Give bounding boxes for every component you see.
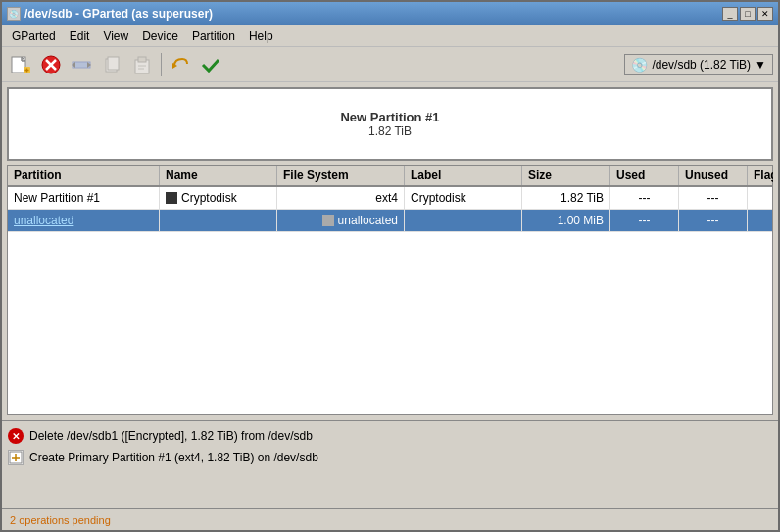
toolbar: 💿 /dev/sdb (1.82 TiB) ▼ (2, 47, 778, 82)
operations-area: ✕Delete /dev/sdb1 ([Encrypted], 1.82 TiB… (2, 420, 778, 508)
cell-flags-1 (748, 210, 773, 231)
device-dropdown-icon: ▼ (755, 58, 766, 72)
col-used: Used (610, 166, 679, 185)
cell-used-1: --- (610, 210, 679, 231)
operation-item: ✕Delete /dev/sdb1 ([Encrypted], 1.82 TiB… (8, 425, 772, 447)
cell-name-0: Cryptodisk (160, 187, 277, 209)
title-bar-buttons: _ □ ✕ (722, 7, 773, 21)
main-window: 💿 /dev/sdb - GParted (as superuser) _ □ … (0, 0, 780, 532)
toolbar-right: 💿 /dev/sdb (1.82 TiB) ▼ (624, 54, 773, 75)
paste-partition-button[interactable] (128, 51, 156, 78)
cell-unused-1: --- (679, 210, 748, 231)
table-body: New Partition #1Cryptodiskext4Cryptodisk… (7, 187, 773, 415)
partition-link: unallocated (14, 214, 73, 227)
title-bar: 💿 /dev/sdb - GParted (as superuser) _ □ … (2, 2, 778, 25)
col-filesystem: File System (277, 166, 405, 185)
cell-filesystem-1: unallocated (277, 210, 405, 231)
operation-text: Create Primary Partition #1 (ext4, 1.82 … (29, 451, 318, 464)
partition-table: Partition Name File System Label Size Us… (7, 165, 773, 415)
operation-item: Create Primary Partition #1 (ext4, 1.82 … (8, 447, 772, 468)
col-partition: Partition (8, 166, 160, 185)
toolbar-sep-1 (161, 53, 162, 76)
svg-rect-16 (138, 57, 146, 62)
menu-view[interactable]: View (97, 27, 134, 45)
main-content: New Partition #1 1.82 TiB Partition Name… (2, 82, 778, 420)
table-row[interactable]: New Partition #1Cryptodiskext4Cryptodisk… (8, 187, 772, 210)
cell-label-0: Cryptodisk (405, 187, 522, 209)
menu-partition[interactable]: Partition (186, 27, 241, 45)
apply-button[interactable] (197, 51, 224, 78)
col-name: Name (160, 166, 277, 185)
menu-device[interactable]: Device (136, 27, 184, 45)
menu-edit[interactable]: Edit (64, 27, 96, 45)
device-disk-icon: 💿 (631, 57, 648, 73)
delete-op-icon: ✕ (8, 428, 24, 444)
cell-flags-0 (748, 187, 773, 209)
col-unused: Unused (679, 166, 748, 185)
menu-help[interactable]: Help (243, 27, 279, 45)
window-title: /dev/sdb - GParted (as superuser) (24, 7, 213, 21)
operations-label: operations pending (19, 514, 111, 526)
col-label: Label (405, 166, 522, 185)
cell-size-0: 1.82 TiB (522, 187, 610, 209)
col-flags: Flags (748, 166, 773, 185)
cell-size-1: 1.00 MiB (522, 210, 610, 231)
cell-used-0: --- (610, 187, 679, 209)
create-op-icon (8, 450, 24, 465)
menu-bar: GParted Edit View Device Partition Help (2, 25, 778, 47)
title-bar-left: 💿 /dev/sdb - GParted (as superuser) (7, 7, 213, 21)
cell-unused-0: --- (679, 187, 748, 209)
partition-bar: New Partition #1 1.82 TiB (9, 89, 771, 159)
disk-visual: New Partition #1 1.82 TiB (7, 87, 773, 161)
device-label: /dev/sdb (1.82 TiB) (652, 58, 751, 72)
svg-rect-14 (108, 57, 119, 70)
maximize-button[interactable]: □ (740, 7, 756, 21)
status-bar: 2 operations pending (2, 508, 778, 530)
resize-partition-button[interactable] (68, 51, 95, 78)
disk-visual-partition-label: New Partition #1 (340, 110, 439, 124)
cell-name-1 (160, 210, 277, 231)
window-icon: 💿 (7, 7, 21, 21)
undo-button[interactable] (167, 51, 194, 78)
disk-visual-partition-size: 1.82 TiB (368, 124, 412, 138)
cell-partition-1: unallocated (8, 210, 160, 231)
operations-count: 2 (10, 514, 16, 526)
cell-partition-0: New Partition #1 (8, 187, 160, 209)
cell-filesystem-0: ext4 (277, 187, 405, 209)
menu-gparted[interactable]: GParted (6, 27, 62, 45)
cell-label-1 (405, 210, 522, 231)
new-partition-button[interactable] (7, 51, 34, 78)
close-button[interactable]: ✕ (757, 7, 773, 21)
minimize-button[interactable]: _ (722, 7, 738, 21)
copy-partition-button[interactable] (98, 51, 125, 78)
delete-partition-button[interactable] (37, 51, 65, 78)
table-row[interactable]: unallocated unallocated1.00 MiB------ (8, 210, 772, 232)
operation-text: Delete /dev/sdb1 ([Encrypted], 1.82 TiB)… (29, 429, 313, 443)
table-header: Partition Name File System Label Size Us… (7, 165, 773, 187)
col-size: Size (522, 166, 610, 185)
fs-color-box-light (322, 215, 334, 226)
device-selector[interactable]: 💿 /dev/sdb (1.82 TiB) ▼ (624, 54, 773, 75)
fs-color-box-dark (166, 192, 177, 204)
